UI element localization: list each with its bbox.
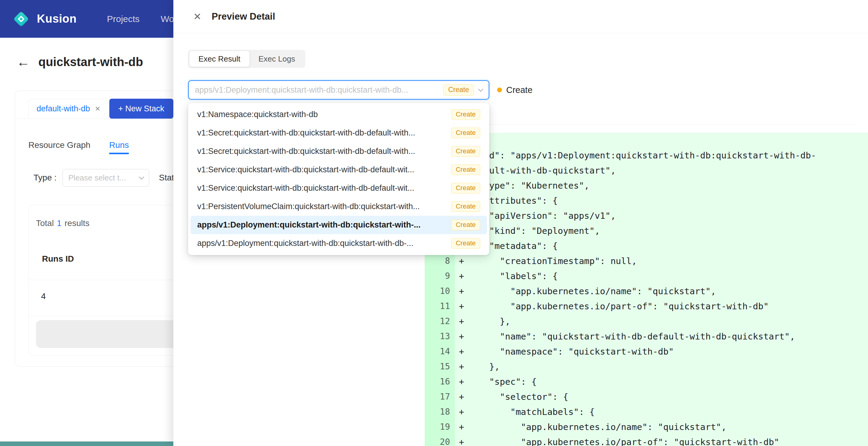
table-row-runs-id[interactable]: 4 — [41, 291, 46, 301]
dropdown-option-tag: Create — [451, 201, 480, 211]
dropdown-option-tag: Create — [451, 183, 480, 193]
diff-line-number: 14 — [425, 344, 455, 359]
diff-row: 14 + "namespace": "quickstart-with-db" — [425, 344, 868, 359]
diff-line-number: 8 — [425, 253, 455, 269]
dropdown-option-label: apps/v1:Deployment:quickstart-with-db:qu… — [197, 239, 446, 248]
results-summary: Total1results — [36, 218, 89, 228]
tab-resource-graph[interactable]: Resource Graph — [28, 140, 90, 150]
status-dot-icon — [497, 88, 502, 92]
resource-dropdown: v1:Namespace:quickstart-with-db Create v… — [188, 103, 489, 255]
filter-row: Type : Please select t... Status : — [33, 169, 188, 187]
diff-line-number: 9 — [425, 269, 455, 284]
brand: Kusion — [13, 0, 77, 38]
dropdown-option-tag: Create — [451, 238, 480, 248]
diff-code-text: default-with-db-quickstart", — [468, 165, 868, 176]
exec-segmented-control: Exec Result Exec Logs — [188, 50, 305, 68]
diff-row: 10 + "app.kubernetes.io/name": "quicksta… — [425, 284, 868, 299]
results-count: 1 — [57, 218, 62, 228]
dropdown-option[interactable]: v1:Service:quickstart-with-db:quickstart… — [191, 179, 487, 197]
diff-add-sign: + — [455, 437, 468, 446]
diff-add-sign: + — [455, 286, 468, 296]
dropdown-option[interactable]: v1:PersistentVolumeClaim:quickstart-with… — [191, 197, 487, 216]
tab-runs[interactable]: Runs — [109, 140, 129, 150]
diff-line-number: 11 — [425, 299, 455, 314]
new-stack-button[interactable]: + New Stack — [109, 99, 173, 118]
close-drawer-icon[interactable]: ✕ — [193, 11, 202, 22]
dropdown-option-tag: Create — [451, 220, 480, 230]
diff-row: 15 + }, — [425, 359, 868, 374]
page-title: quickstart-with-db — [38, 55, 143, 69]
dropdown-option[interactable]: v1:Secret:quickstart-with-db:quickstart-… — [191, 142, 487, 161]
diff-add-sign: + — [455, 301, 468, 311]
stack-tab-default-with-db[interactable]: default-with-db ✕ — [28, 99, 109, 118]
dropdown-option[interactable]: v1:Namespace:quickstart-with-db Create — [191, 105, 487, 124]
diff-code-text: "selector": { — [468, 392, 868, 402]
type-select[interactable]: Please select t... — [63, 169, 149, 186]
diff-add-sign: + — [455, 271, 468, 281]
diff-row: 3 + "type": "Kubernetes", — [425, 178, 868, 193]
nav-item-projects[interactable]: Projects — [107, 0, 140, 38]
dropdown-option-label: v1:PersistentVolumeClaim:quickstart-with… — [197, 202, 446, 211]
stack-tabs: default-with-db ✕ + New Stack — [28, 99, 173, 118]
dropdown-option-label: v1:Namespace:quickstart-with-db — [197, 110, 446, 119]
dropdown-option[interactable]: v1:Service:quickstart-with-db:quickstart… — [191, 161, 487, 179]
dropdown-option[interactable]: apps/v1:Deployment:quickstart-with-db:qu… — [191, 216, 487, 234]
diff-row: 19 + "app.kubernetes.io/name": "quicksta… — [425, 419, 868, 435]
diff-code-text: "labels": { — [468, 271, 868, 281]
diff-row: 17 + "selector": { — [425, 389, 868, 404]
resource-select-value: apps/v1:Deployment:quickstart-with-db:qu… — [195, 85, 438, 95]
diff-line-number: 17 — [425, 389, 455, 404]
results-summary-prefix: Total — [36, 218, 54, 228]
dropdown-option-label: v1:Service:quickstart-with-db:quickstart… — [197, 165, 446, 174]
diff-line-number: 20 — [425, 435, 455, 446]
segment-exec-logs[interactable]: Exec Logs — [249, 51, 304, 67]
dropdown-option-tag: Create — [451, 146, 480, 156]
diff-row: 9 + "labels": { — [425, 269, 868, 284]
diff-add-sign: + — [455, 346, 468, 357]
kusion-logo-icon — [13, 10, 30, 28]
diff-code-text: "kind": "Deployment", — [468, 226, 868, 236]
diff-add-sign: + — [455, 422, 468, 432]
diff-line-number: 13 — [425, 329, 455, 344]
drawer-body: Exec Result Exec Logs apps/v1:Deployment… — [173, 33, 868, 446]
diff-code-text: "spec": { — [468, 377, 868, 387]
type-filter-label: Type : — [33, 173, 57, 182]
diff-row: 2 + "id": "apps/v1:Deployment:quickstart… — [425, 148, 868, 163]
diff-line-number: 10 — [425, 284, 455, 299]
diff-line-number: 15 — [425, 359, 455, 374]
diff-code-text: "app.kubernetes.io/part-of": "quickstart… — [468, 301, 868, 311]
diff-add-sign: + — [455, 392, 468, 402]
diff-viewer: 1 + { 2 + "id": "apps/v1:Deployment:quic… — [425, 133, 868, 446]
diff-row: 4 + "attributes": { — [425, 193, 868, 208]
segment-exec-result[interactable]: Exec Result — [189, 51, 249, 67]
back-icon[interactable]: ← — [17, 54, 30, 69]
diff-row: default-with-db-quickstart", — [425, 163, 868, 178]
diff-code-text: }, — [468, 316, 868, 327]
diff-line-number: 16 — [425, 374, 455, 389]
dropdown-option-tag: Create — [451, 128, 480, 138]
diff-code-text: "namespace": "quickstart-with-db" — [468, 346, 868, 357]
diff-code-text: }, — [468, 362, 868, 372]
diff-add-sign: + — [455, 256, 468, 266]
diff-row: 5 + "apiVersion": "apps/v1", — [425, 208, 868, 223]
diff-add-sign: + — [455, 407, 468, 417]
view-tabs: Resource Graph Runs — [28, 136, 129, 155]
diff-code-text: "type": "Kubernetes", — [468, 180, 868, 191]
diff-add-sign: + — [455, 377, 468, 387]
dropdown-option[interactable]: apps/v1:Deployment:quickstart-with-db:qu… — [191, 234, 487, 252]
drawer-header: ✕ Preview Detail — [173, 0, 868, 33]
diff-row: 20 + "app.kubernetes.io/part-of": "quick… — [425, 435, 868, 446]
status-badge: Create — [497, 85, 532, 95]
brand-name: Kusion — [37, 12, 77, 25]
diff-code-text: "metadata": { — [468, 241, 868, 251]
dropdown-option[interactable]: v1:Secret:quickstart-with-db:quickstart-… — [191, 124, 487, 142]
diff-code-text: "app.kubernetes.io/name": "quickstart", — [468, 422, 868, 432]
results-summary-suffix: results — [65, 218, 89, 228]
dropdown-option-tag: Create — [451, 165, 480, 175]
diff-code-text: "apiVersion": "apps/v1", — [468, 211, 868, 221]
dropdown-option-label: v1:Secret:quickstart-with-db:quickstart-… — [197, 147, 446, 156]
diff-add-sign: + — [455, 316, 468, 327]
resource-select-row: apps/v1:Deployment:quickstart-with-db:qu… — [188, 80, 532, 100]
resource-select[interactable]: apps/v1:Deployment:quickstart-with-db:qu… — [188, 80, 489, 100]
close-tab-icon[interactable]: ✕ — [95, 105, 100, 113]
